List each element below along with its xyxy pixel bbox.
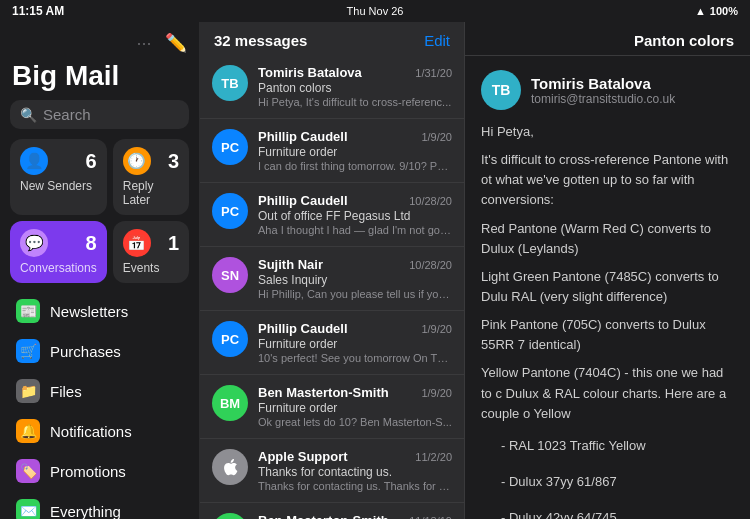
right-panel: Panton colors TB Tomiris Batalova tomiri… (465, 22, 750, 519)
status-bar: 11:15 AM Thu Nov 26 ▲ 100% (0, 0, 750, 22)
promotions-icon: 🏷️ (16, 459, 40, 483)
email-avatar: PC (212, 129, 248, 165)
email-content: Phillip Caudell 10/28/20 Out of office F… (258, 193, 452, 236)
email-subject-title: Panton colors (634, 32, 734, 49)
main-layout: ··· ✏️ Big Mail 🔍 Search 👤 6 New Senders (0, 0, 750, 519)
email-preview: Thanks for contacting us. Thanks for c..… (258, 480, 452, 492)
conversations-icon: 💬 (20, 229, 48, 257)
purchases-label: Purchases (50, 343, 183, 360)
ral-item: - RAL 1023 Traffic Yellow (481, 432, 734, 460)
email-sender: Ben Masterton-Smith (258, 385, 389, 400)
search-bar[interactable]: 🔍 Search (10, 100, 189, 129)
email-preview: Hi Phillip, Can you please tell us if yo… (258, 288, 452, 300)
email-preview: Ok great lets do 10? Ben Masterton-S... (258, 416, 452, 428)
detail-sender-info: Tomiris Batalova tomiris@transitstudio.c… (531, 75, 675, 106)
detail-sender-email: tomiris@transitstudio.co.uk (531, 92, 675, 106)
email-date: 10/28/20 (409, 195, 452, 207)
search-icon: 🔍 (20, 107, 37, 123)
detail-line: Pink Pantone (705C) converts to Dulux 55… (481, 315, 734, 355)
email-date: 1/9/20 (421, 387, 452, 399)
email-avatar: PC (212, 321, 248, 357)
email-top-row: Phillip Caudell 1/9/20 (258, 129, 452, 144)
email-date: 10/28/20 (409, 259, 452, 271)
app-wrapper: 11:15 AM Thu Nov 26 ▲ 100% ··· ✏️ Big Ma… (0, 0, 750, 519)
middle-panel: 32 messages Edit TB Tomiris Batalova 1/3… (200, 22, 465, 519)
email-top-row: Sujith Nair 10/28/20 (258, 257, 452, 272)
conversations-label: Conversations (20, 261, 97, 275)
ral-item: - Dulux 37yy 61/867 (481, 468, 734, 496)
ral-item: - Dulux 42yy 64/745 (481, 504, 734, 519)
email-content: Tomiris Batalova 1/31/20 Panton colors H… (258, 65, 452, 108)
email-list-item[interactable]: PC Phillip Caudell 1/9/20 Furniture orde… (200, 311, 464, 375)
email-subject: Out of office FF Pegasus Ltd (258, 209, 452, 223)
edit-button[interactable]: Edit (424, 32, 450, 49)
email-list-item[interactable]: Apple Support 11/2/20 Thanks for contact… (200, 439, 464, 503)
email-subject: Panton colors (258, 81, 452, 95)
status-time: 11:15 AM (12, 4, 64, 18)
email-list-item[interactable]: BM Ben Masterton-Smith 11/13/19 Founders… (200, 503, 464, 519)
sidebar-item-files[interactable]: 📁 Files (4, 371, 195, 411)
email-subject: Furniture order (258, 401, 452, 415)
smart-folders: 👤 6 New Senders 🕐 3 Reply Later 💬 8 (0, 139, 199, 291)
new-senders-label: New Senders (20, 179, 97, 193)
email-date: 1/9/20 (421, 323, 452, 335)
compose-icon[interactable]: ✏️ (165, 32, 187, 54)
email-list: TB Tomiris Batalova 1/31/20 Panton color… (200, 55, 464, 519)
files-icon: 📁 (16, 379, 40, 403)
sidebar-nav: 📰 Newsletters 🛒 Purchases 📁 Files 🔔 Noti… (0, 291, 199, 519)
detail-line: Red Pantone (Warm Red C) converts to Dul… (481, 219, 734, 259)
sidebar-item-promotions[interactable]: 🏷️ Promotions (4, 451, 195, 491)
email-sender: Phillip Caudell (258, 193, 348, 208)
email-date: 1/31/20 (415, 67, 452, 79)
email-subject: Sales Inquiry (258, 273, 452, 287)
sidebar-item-notifications[interactable]: 🔔 Notifications (4, 411, 195, 451)
email-content: Phillip Caudell 1/9/20 Furniture order I… (258, 129, 452, 172)
smart-folder-reply-later[interactable]: 🕐 3 Reply Later (113, 139, 189, 215)
email-list-item[interactable]: BM Ben Masterton-Smith 1/9/20 Furniture … (200, 375, 464, 439)
email-sender: Phillip Caudell (258, 129, 348, 144)
right-header: Panton colors (465, 22, 750, 56)
files-label: Files (50, 383, 183, 400)
sidebar-item-everything[interactable]: ✉️ Everything (4, 491, 195, 519)
detail-greeting: Hi Petya, (481, 122, 734, 142)
everything-icon: ✉️ (16, 499, 40, 519)
email-list-item[interactable]: SN Sujith Nair 10/28/20 Sales Inquiry Hi… (200, 247, 464, 311)
email-content: Ben Masterton-Smith 1/9/20 Furniture ord… (258, 385, 452, 428)
email-date: 11/13/19 (409, 515, 452, 520)
status-day: Thu Nov 26 (347, 5, 404, 17)
reply-later-label: Reply Later (123, 179, 179, 207)
email-subject: Thanks for contacting us. (258, 465, 452, 479)
sidebar: ··· ✏️ Big Mail 🔍 Search 👤 6 New Senders (0, 22, 200, 519)
email-list-item[interactable]: PC Phillip Caudell 1/9/20 Furniture orde… (200, 119, 464, 183)
conversations-count: 8 (86, 232, 97, 255)
email-top-row: Ben Masterton-Smith 1/9/20 (258, 385, 452, 400)
email-sender: Apple Support (258, 449, 348, 464)
email-avatar: BM (212, 513, 248, 519)
detail-avatar: TB (481, 70, 521, 110)
detail-ral-items: - RAL 1023 Traffic Yellow- Dulux 37yy 61… (481, 432, 734, 519)
email-preview: Hi Petya, It's difficult to cross-refere… (258, 96, 452, 108)
email-content: Phillip Caudell 1/9/20 Furniture order 1… (258, 321, 452, 364)
smart-folder-new-senders[interactable]: 👤 6 New Senders (10, 139, 107, 215)
smart-folder-conversations[interactable]: 💬 8 Conversations (10, 221, 107, 283)
events-icon: 📅 (123, 229, 151, 257)
battery-text: 100% (710, 5, 738, 17)
detail-avatar-initials: TB (492, 82, 511, 98)
smart-folder-events[interactable]: 📅 1 Events (113, 221, 189, 283)
email-list-item[interactable]: TB Tomiris Batalova 1/31/20 Panton color… (200, 55, 464, 119)
email-list-item[interactable]: PC Phillip Caudell 10/28/20 Out of offic… (200, 183, 464, 247)
sidebar-item-purchases[interactable]: 🛒 Purchases (4, 331, 195, 371)
email-content: Apple Support 11/2/20 Thanks for contact… (258, 449, 452, 492)
email-sender: Phillip Caudell (258, 321, 348, 336)
email-subject: Furniture order (258, 337, 452, 351)
email-avatar: TB (212, 65, 248, 101)
sidebar-item-newsletters[interactable]: 📰 Newsletters (4, 291, 195, 331)
message-count: 32 messages (214, 32, 307, 49)
detail-line: Light Green Pantone (7485C) converts to … (481, 267, 734, 307)
more-icon[interactable]: ··· (133, 32, 155, 54)
email-avatar (212, 449, 248, 485)
email-avatar: PC (212, 193, 248, 229)
promotions-label: Promotions (50, 463, 183, 480)
purchases-icon: 🛒 (16, 339, 40, 363)
app-title: Big Mail (0, 58, 199, 100)
